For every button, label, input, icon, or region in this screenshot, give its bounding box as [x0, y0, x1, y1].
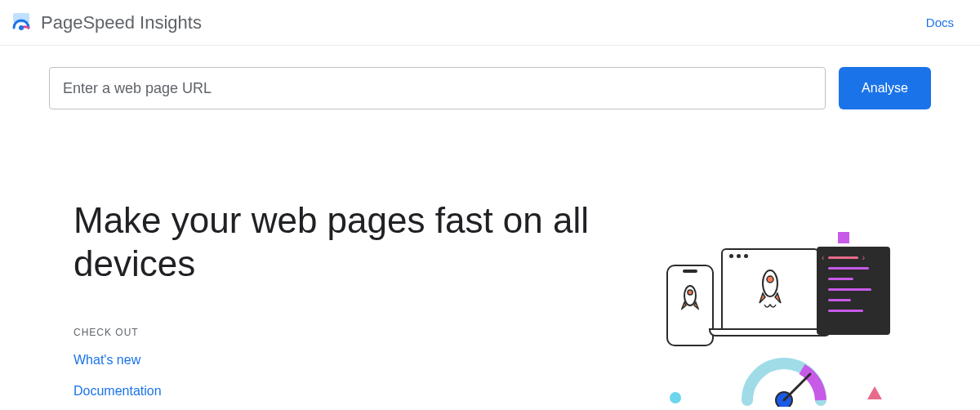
svg-point-1: [19, 25, 24, 30]
link-whats-new[interactable]: What's new: [74, 353, 637, 368]
gauge-illustration-icon: [735, 350, 833, 410]
svg-point-3: [688, 290, 693, 295]
brand[interactable]: PageSpeed Insights: [10, 11, 202, 34]
phone-illustration-icon: [666, 265, 714, 346]
hero-text: Make your web pages fast on all devices …: [74, 199, 637, 410]
checkout-label: CHECK OUT: [74, 327, 637, 338]
docs-link[interactable]: Docs: [916, 11, 964, 34]
url-search-row: Analyse: [0, 46, 980, 109]
svg-line-7: [784, 374, 810, 400]
hero-title: Make your web pages fast on all devices: [74, 199, 637, 286]
code-panel-illustration-icon: ‹ ›: [817, 247, 890, 335]
hero-section: Make your web pages fast on all devices …: [0, 109, 980, 410]
decorative-dot-icon: [670, 392, 681, 403]
link-list: What's new Documentation Learn about web…: [74, 353, 637, 410]
svg-point-5: [767, 276, 773, 283]
decorative-triangle-icon: [867, 386, 882, 399]
app-title: PageSpeed Insights: [41, 12, 202, 33]
svg-point-4: [763, 270, 777, 296]
url-input[interactable]: [49, 67, 826, 109]
pagespeed-logo-icon: [10, 11, 33, 34]
laptop-illustration-icon: [709, 248, 831, 336]
analyse-button[interactable]: Analyse: [839, 67, 931, 109]
decorative-square-icon: [838, 232, 849, 243]
app-header: PageSpeed Insights Docs: [0, 0, 980, 46]
svg-point-2: [684, 286, 696, 305]
link-documentation[interactable]: Documentation: [74, 384, 637, 399]
hero-illustration: ‹ ›: [653, 199, 931, 403]
